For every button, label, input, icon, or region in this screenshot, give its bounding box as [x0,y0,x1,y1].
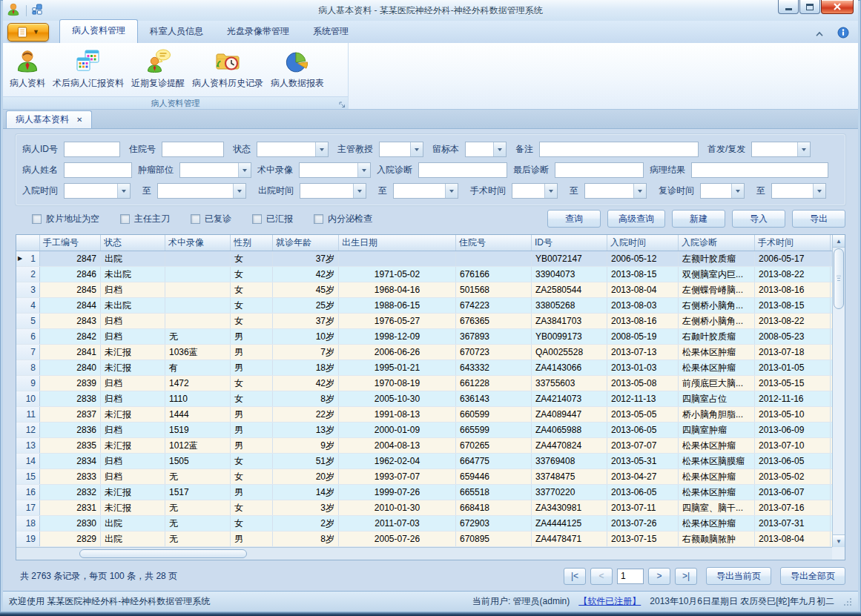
table-row[interactable]: 82840未汇报有男18岁1995-01-21643332ZA414306620… [16,360,832,376]
chevron-down-icon[interactable] [357,163,370,177]
row-header[interactable]: 4 [16,298,40,313]
scroll-down-icon[interactable]: ▼ [833,534,845,547]
quick-access-icon[interactable] [32,4,43,17]
dialog-launcher-icon[interactable] [339,99,346,111]
column-header[interactable]: 性别 [231,235,273,251]
row-header[interactable]: 14 [16,454,40,468]
table-row[interactable]: 102838归档1110女8岁2005-10-30636143ZA4214073… [16,391,832,407]
chevron-down-icon[interactable] [315,142,328,156]
close-button[interactable] [821,0,854,14]
dropdown-select[interactable] [300,183,366,199]
chevron-down-icon[interactable] [633,184,646,198]
chevron-down-icon[interactable] [353,184,366,198]
tab-close-icon[interactable]: ✕ [76,116,82,124]
dropdown-select[interactable] [179,162,251,178]
ribbon-button[interactable]: 病人资料历史记录 [188,44,267,96]
registration-status-link[interactable]: 【软件已注册】 [578,595,641,608]
horizontal-scroll-thumb[interactable] [79,549,247,558]
chevron-down-icon[interactable] [731,184,744,198]
filter-checkbox[interactable]: 胶片地址为空 [32,213,99,225]
document-tab[interactable]: 病人基本资料 ✕ [6,110,92,128]
table-row[interactable]: 152833归档无女20岁1993-07-0765944633748475201… [16,469,832,485]
dropdown-select[interactable] [465,142,507,157]
action-button[interactable]: 高级查询 [607,210,665,228]
chevron-down-icon[interactable] [813,184,825,198]
row-header[interactable]: 12 [16,423,40,437]
column-header[interactable]: 入院诊断 [679,235,755,251]
maximize-button[interactable] [799,0,820,14]
row-header[interactable]: 11 [16,407,40,422]
dropdown-select[interactable] [751,142,811,157]
table-row[interactable]: 122836归档1519男13岁2000-01-09665599ZA406598… [16,423,832,438]
table-row[interactable]: 172831未汇报无女3岁2010-01-30668418ZA343098120… [16,500,832,516]
filter-checkbox[interactable]: 主任主刀 [120,213,170,225]
dropdown-select[interactable] [393,183,458,199]
app-logo-icon[interactable] [6,2,21,19]
action-button[interactable]: 新建 [672,210,725,228]
column-header[interactable]: 手术时间 [755,235,831,251]
row-header[interactable]: 10 [16,391,40,406]
column-header[interactable]: 手工编号 [40,235,101,251]
column-header[interactable]: 出生日期 [339,235,456,251]
row-header[interactable]: 7 [16,345,40,360]
dropdown-select[interactable] [64,183,131,199]
text-input[interactable] [418,162,507,178]
row-header[interactable]: 3 [16,282,40,297]
dropdown-select[interactable] [771,183,826,199]
row-header[interactable]: 19 [16,531,40,546]
table-row[interactable]: 52843归档女37岁1976-05-27676365ZA38417032013… [16,314,832,329]
prev-page-button[interactable]: < [590,568,613,585]
table-row[interactable]: 112837未汇报1444男22岁1991-08-13660599ZA40894… [16,407,832,423]
horizontal-scrollbar[interactable] [16,547,833,560]
chevron-down-icon[interactable] [493,142,506,156]
row-header[interactable]: 9 [16,376,40,391]
chevron-down-icon[interactable] [797,142,810,156]
table-row[interactable]: 32845归档女45岁1968-04-16501568ZA25805442013… [16,282,832,298]
vertical-scrollbar[interactable]: ▲ ▼ [832,235,845,547]
row-header[interactable]: 6 [16,329,40,344]
export-all-pages-button[interactable]: 导出全部页 [780,567,845,585]
scroll-up-icon[interactable]: ▲ [833,235,845,248]
chevron-down-icon[interactable] [445,184,458,198]
row-header[interactable]: 15 [16,469,40,484]
vertical-scroll-thumb[interactable] [834,248,844,309]
action-button[interactable]: 查询 [547,210,601,228]
row-header[interactable]: 16 [16,485,40,500]
row-header[interactable]: 13 [16,438,40,453]
text-input[interactable] [64,142,120,157]
text-input[interactable] [64,162,132,178]
table-row[interactable]: 62842归档无男10岁1998-12-09367893YB0099173200… [16,329,832,345]
table-row[interactable]: 162832未汇报1517男14岁1999-07-266655183377022… [16,485,832,500]
info-icon[interactable] [837,27,849,41]
filter-checkbox[interactable]: 已复诊 [191,213,231,225]
table-row[interactable]: 92839归档1472女42岁1970-08-19661228337556032… [16,376,832,391]
text-input[interactable] [162,142,224,157]
chevron-down-icon[interactable] [233,184,245,198]
ribbon-button[interactable]: 病人数据报表 [267,44,328,96]
text-input[interactable] [691,162,828,178]
dropdown-select[interactable] [379,142,423,157]
action-button[interactable]: 导出 [792,210,845,228]
row-header[interactable]: ▶1 [16,251,40,266]
ribbon-button[interactable]: 术后病人汇报资料 [49,44,128,96]
dropdown-select[interactable] [584,183,647,199]
row-header[interactable]: 5 [16,314,40,328]
application-menu-button[interactable]: ▼ [7,23,49,42]
filter-checkbox[interactable]: 内分泌检查 [314,213,372,225]
column-header[interactable]: 入院时间 [607,235,679,251]
column-header[interactable]: 就诊年龄 [273,235,339,251]
table-row[interactable]: 142834归档1505女51岁1962-02-0466477533769408… [16,454,832,469]
ribbon-tab[interactable]: 病人资料管理 [59,19,138,43]
ribbon-tab[interactable]: 系统管理 [301,21,360,43]
resize-grip[interactable] [843,597,852,606]
row-header[interactable]: 8 [16,360,40,375]
column-header[interactable]: 状态 [101,235,165,251]
column-header[interactable]: 住院号 [456,235,532,251]
row-header[interactable]: 17 [16,500,40,515]
table-row[interactable]: 192829出院无男8岁2005-07-26670895ZA4478471201… [16,531,832,547]
ribbon-button[interactable]: 近期复诊提醒 [128,44,188,96]
minimize-button[interactable] [778,0,799,14]
dropdown-select[interactable] [257,142,329,157]
export-current-page-button[interactable]: 导出当前页 [706,567,771,585]
text-input[interactable] [539,142,699,157]
